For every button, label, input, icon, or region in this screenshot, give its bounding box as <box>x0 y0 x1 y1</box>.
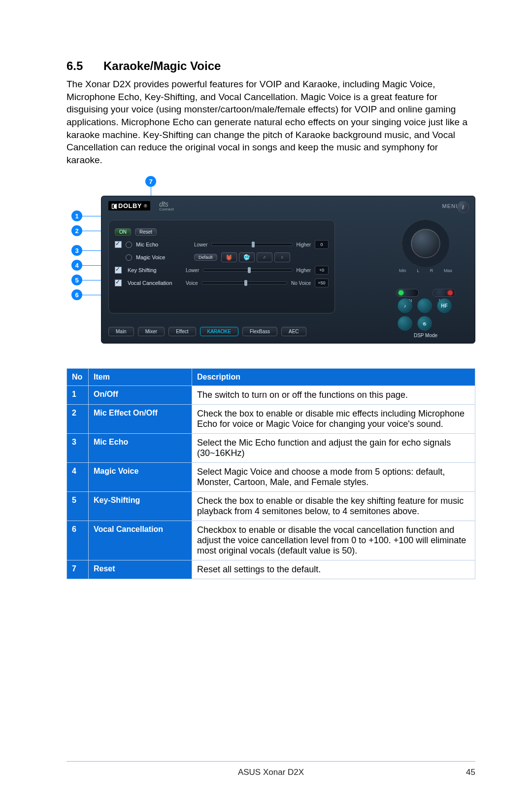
micecho-value: 0 <box>315 240 329 249</box>
cell-item: Reset <box>89 560 192 579</box>
keyshift-checkbox[interactable] <box>115 267 122 274</box>
callout-5: 5 <box>71 275 82 285</box>
micecho-checkbox[interactable] <box>115 241 122 248</box>
section-heading: 6.5Karaoke/Magic Voice <box>66 59 475 73</box>
novoice-label: No Voice <box>291 280 311 286</box>
table-row: 1 On/Off The switch to turn on or off th… <box>67 386 475 405</box>
vcancel-value: +50 <box>315 279 329 287</box>
cell-no: 3 <box>67 434 89 463</box>
footer-product: ASUS Xonar D2X <box>66 767 475 777</box>
volume-knob[interactable] <box>402 220 449 267</box>
magicvoice-default-button[interactable]: Default <box>194 254 217 261</box>
dsp-button[interactable]: ⎋ <box>417 316 432 331</box>
tab-main[interactable]: Main <box>108 327 134 336</box>
registered-symbol: ® <box>144 204 147 209</box>
callout-7: 7 <box>145 176 156 187</box>
micecho-label: Mic Echo <box>136 242 190 247</box>
table-row: 5 Key-Shifting Check the box to enable o… <box>67 492 475 521</box>
knob-l-label: L <box>417 268 419 273</box>
dolby-icon: ▯◖ <box>111 202 116 209</box>
keyshift-label: Key Shifting <box>128 267 182 273</box>
dsp-button[interactable]: HF <box>437 298 452 313</box>
lower-label: Lower <box>194 242 207 247</box>
cell-item: Vocal Cancellation <box>89 521 192 560</box>
micecho-slider[interactable] <box>211 243 292 246</box>
app-window: ▯◖ DOLBY ® dts Connect MENU i ON Reset <box>101 196 475 344</box>
volume-knob-area: Min L R Max <box>396 220 455 273</box>
cell-desc: Check the box to enable or disable mic e… <box>192 405 475 434</box>
vcancel-checkbox[interactable] <box>115 279 122 286</box>
table-row: 2 Mic Effect On/Off Check the box to ena… <box>67 405 475 434</box>
cell-no: 5 <box>67 492 89 521</box>
karaoke-panel: ON Reset Mic Echo Lower Higher 0 Magic V… <box>108 220 335 314</box>
mute-led-icon <box>432 289 455 297</box>
figure-karaoke-panel: 7 1 2 3 4 5 6 ▯◖ DOLBY ® dts Connect <box>66 176 475 349</box>
magicvoice-radio[interactable] <box>126 254 132 261</box>
footer-page-number: 45 <box>466 767 475 777</box>
callout-6: 6 <box>71 289 82 300</box>
cell-no: 2 <box>67 405 89 434</box>
dolby-text: DOLBY <box>118 202 142 209</box>
callout-3: 3 <box>71 245 82 256</box>
magicvoice-label: Magic Voice <box>136 254 190 260</box>
table-header-row: No Item Description <box>67 369 475 386</box>
reference-table: No Item Description 1 On/Off The switch … <box>66 368 475 579</box>
page-footer: ASUS Xonar D2X 45 <box>66 761 475 767</box>
female-icon[interactable]: ♀ <box>274 252 290 262</box>
callout-1: 1 <box>71 210 82 221</box>
magicvoice-mode-buttons: 👹 🥶 ♂ ♀ <box>221 252 290 262</box>
keyshift-slider[interactable] <box>203 269 292 272</box>
th-no: No <box>67 369 89 386</box>
callout-4: 4 <box>71 260 82 271</box>
cell-desc: Check the box to enable or disable the k… <box>192 492 475 521</box>
dolby-logo: ▯◖ DOLBY ® <box>108 201 150 210</box>
cell-item: Magic Voice <box>89 463 192 492</box>
tab-aec[interactable]: AEC <box>281 327 306 336</box>
th-desc: Description <box>192 369 475 386</box>
callout-2: 2 <box>71 225 82 236</box>
table-row: 6 Vocal Cancellation Checkbox to enable … <box>67 521 475 560</box>
svn-led-icon <box>396 289 419 297</box>
higher-label: Higher <box>297 268 311 273</box>
knob-max-label: Max <box>444 268 452 273</box>
cell-desc: Checkbox to enable or disable the vocal … <box>192 521 475 560</box>
vcancel-slider[interactable] <box>201 281 287 284</box>
cell-desc: The switch to turn on or off the functio… <box>192 386 475 405</box>
higher-label: Higher <box>297 242 311 247</box>
dsp-mode-label: DSP Mode <box>391 333 460 338</box>
tab-flexbass[interactable]: FlexBass <box>242 327 277 336</box>
cell-desc: Select Magic Voice and choose a mode fro… <box>192 463 475 492</box>
cell-no: 4 <box>67 463 89 492</box>
tab-bar: Main Mixer Effect KARAOKE FlexBass AEC <box>108 327 340 336</box>
keyshift-value: +0 <box>315 266 329 275</box>
app-topbar: ▯◖ DOLBY ® dts Connect MENU <box>101 196 475 213</box>
cell-desc: Select the Mic Echo function and adjust … <box>192 434 475 463</box>
dsp-button[interactable]: ♪ <box>398 298 412 313</box>
on-button[interactable]: ON <box>115 228 131 236</box>
cell-desc: Reset all settings to the default. <box>192 560 475 579</box>
dsp-button[interactable] <box>398 316 412 331</box>
dts-subtext: Connect <box>159 207 174 211</box>
table-row: 4 Magic Voice Select Magic Voice and cho… <box>67 463 475 492</box>
section-title: Karaoke/Magic Voice <box>103 59 221 72</box>
cell-no: 7 <box>67 560 89 579</box>
dsp-button[interactable] <box>417 298 432 313</box>
cell-item: Mic Effect On/Off <box>89 405 192 434</box>
dsp-mode-area: ♪ HF ⎋ DSP Mode <box>391 298 460 338</box>
tab-karaoke[interactable]: KARAOKE <box>200 327 238 336</box>
table-row: 3 Mic Echo Select the Mic Echo function … <box>67 434 475 463</box>
reset-button[interactable]: Reset <box>135 228 157 236</box>
micecho-radio[interactable] <box>126 242 132 248</box>
th-item: Item <box>89 369 192 386</box>
lower-label: Lower <box>186 268 199 273</box>
voice-label: Voice <box>186 280 198 286</box>
monster-icon[interactable]: 👹 <box>221 252 237 262</box>
cell-item: Mic Echo <box>89 434 192 463</box>
section-number: 6.5 <box>66 59 103 73</box>
knob-min-label: Min <box>399 268 406 273</box>
male-icon[interactable]: ♂ <box>257 252 272 262</box>
tab-mixer[interactable]: Mixer <box>138 327 165 336</box>
tab-effect[interactable]: Effect <box>168 327 196 336</box>
knob-r-label: R <box>430 268 433 273</box>
cartoon-icon[interactable]: 🥶 <box>239 252 255 262</box>
